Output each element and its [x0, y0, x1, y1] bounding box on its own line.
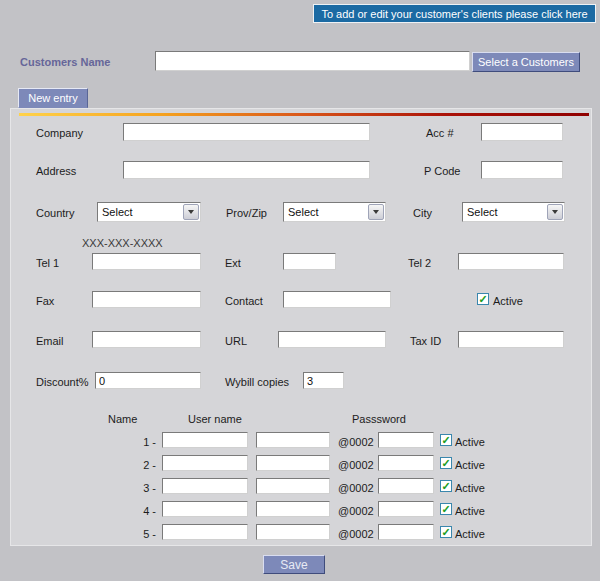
city-label: City: [413, 207, 432, 219]
company-input[interactable]: [123, 123, 370, 141]
client-username-input-5[interactable]: [256, 524, 330, 540]
chevron-down-icon[interactable]: [368, 204, 384, 220]
pcode-input[interactable]: [481, 161, 563, 179]
col-header-name: Name: [108, 413, 137, 425]
col-header-password: Passsword: [352, 413, 406, 425]
contact-input[interactable]: [283, 291, 391, 308]
client-password-input-1[interactable]: [378, 432, 434, 448]
tab-new-entry[interactable]: New entry: [18, 88, 88, 108]
acc-input[interactable]: [481, 123, 563, 141]
username-suffix: @0002: [338, 505, 374, 517]
username-suffix: @0002: [338, 528, 374, 540]
row-index-label: 1 -: [128, 436, 156, 448]
check-icon: ✓: [441, 435, 450, 445]
chevron-down-icon[interactable]: [547, 204, 563, 220]
tel1-label: Tel 1: [36, 257, 59, 269]
provzip-label: Prov/Zip: [226, 207, 267, 219]
tel2-label: Tel 2: [408, 257, 431, 269]
client-username-input-2[interactable]: [256, 455, 330, 471]
email-input[interactable]: [92, 331, 201, 348]
check-icon: ✓: [441, 458, 450, 468]
country-label: Country: [36, 207, 75, 219]
customer-form-page: To add or edit your customer's clients p…: [0, 0, 600, 581]
discount-label: Discount%: [36, 376, 89, 388]
tel1-input[interactable]: [92, 253, 201, 270]
client-active-label: Active: [455, 482, 485, 494]
wybill-copies-label: Wybill copies: [225, 376, 289, 388]
client-name-input-2[interactable]: [162, 455, 248, 471]
client-active-label: Active: [455, 528, 485, 540]
username-suffix: @0002: [338, 482, 374, 494]
row-index-label: 2 -: [128, 459, 156, 471]
client-password-input-3[interactable]: [378, 478, 434, 494]
client-name-input-5[interactable]: [162, 524, 248, 540]
row-index-label: 3 -: [128, 482, 156, 494]
country-select-value: Select: [102, 206, 133, 218]
select-a-customers-button[interactable]: Select a Customers: [472, 52, 580, 72]
client-active-label: Active: [455, 436, 485, 448]
provzip-select-value: Select: [288, 206, 319, 218]
save-button[interactable]: Save: [263, 555, 325, 574]
email-label: Email: [36, 335, 64, 347]
client-name-input-1[interactable]: [162, 432, 248, 448]
pcode-label: P Code: [424, 165, 461, 177]
fax-label: Fax: [36, 295, 54, 307]
acc-label: Acc #: [426, 127, 454, 139]
url-label: URL: [225, 335, 247, 347]
row-index-label: 4 -: [128, 505, 156, 517]
client-active-checkbox-1[interactable]: ✓: [440, 434, 452, 446]
customers-name-input[interactable]: [155, 51, 470, 71]
col-header-username: User name: [188, 413, 242, 425]
company-label: Company: [36, 127, 83, 139]
username-suffix: @0002: [338, 459, 374, 471]
username-suffix: @0002: [338, 436, 374, 448]
taxid-input[interactable]: [458, 331, 564, 348]
check-icon: ✓: [441, 504, 450, 514]
edit-clients-banner-button[interactable]: To add or edit your customer's clients p…: [313, 4, 596, 23]
provzip-select[interactable]: Select: [283, 202, 386, 222]
discount-input[interactable]: [95, 372, 201, 389]
client-password-input-4[interactable]: [378, 501, 434, 517]
client-active-checkbox-2[interactable]: ✓: [440, 457, 452, 469]
fax-input[interactable]: [92, 291, 201, 308]
city-select[interactable]: Select: [462, 202, 565, 222]
wybill-copies-input[interactable]: [303, 372, 344, 389]
address-input[interactable]: [123, 161, 370, 179]
client-active-checkbox-3[interactable]: ✓: [440, 480, 452, 492]
customer-active-label: Active: [493, 295, 523, 307]
client-username-input-1[interactable]: [256, 432, 330, 448]
client-active-checkbox-4[interactable]: ✓: [440, 503, 452, 515]
client-name-input-4[interactable]: [162, 501, 248, 517]
gradient-rule: [19, 113, 589, 116]
check-icon: ✓: [441, 527, 450, 537]
city-select-value: Select: [467, 206, 498, 218]
client-password-input-5[interactable]: [378, 524, 434, 540]
ext-label: Ext: [225, 257, 241, 269]
client-active-label: Active: [455, 459, 485, 471]
check-icon: ✓: [441, 481, 450, 491]
client-active-checkbox-5[interactable]: ✓: [440, 526, 452, 538]
client-password-input-2[interactable]: [378, 455, 434, 471]
ext-input[interactable]: [283, 253, 336, 270]
client-active-label: Active: [455, 505, 485, 517]
row-index-label: 5 -: [128, 528, 156, 540]
client-username-input-3[interactable]: [256, 478, 330, 494]
tel2-input[interactable]: [458, 253, 564, 270]
client-username-input-4[interactable]: [256, 501, 330, 517]
country-select[interactable]: Select: [97, 202, 201, 222]
chevron-down-icon[interactable]: [183, 204, 199, 220]
taxid-label: Tax ID: [410, 335, 441, 347]
client-name-input-3[interactable]: [162, 478, 248, 494]
phone-format-hint: XXX-XXX-XXXX: [82, 237, 163, 249]
customers-name-label: Customers Name: [20, 56, 110, 68]
contact-label: Contact: [225, 295, 263, 307]
address-label: Address: [36, 165, 76, 177]
url-input[interactable]: [278, 331, 386, 348]
check-icon: ✓: [478, 294, 487, 304]
customer-active-checkbox[interactable]: ✓: [477, 293, 489, 305]
